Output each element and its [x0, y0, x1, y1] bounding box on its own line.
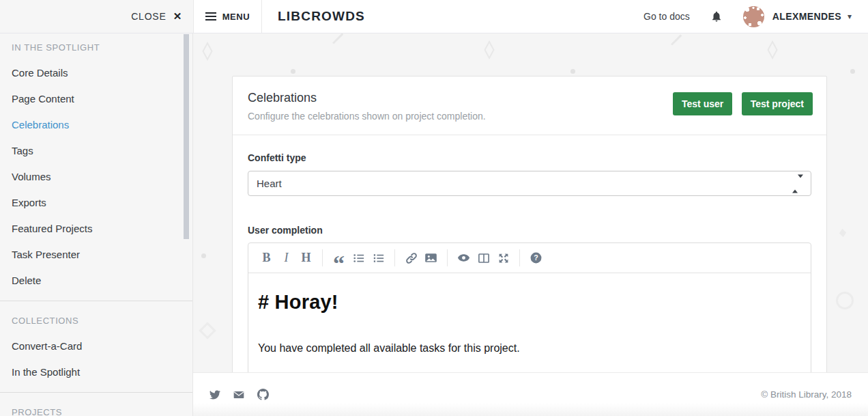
sidebar: IN THE SPOTLIGHT Core Details Page Conte…	[0, 33, 193, 416]
fullscreen-icon[interactable]	[493, 248, 513, 268]
svg-text:?: ?	[534, 253, 538, 262]
toolbar-divider	[394, 249, 395, 266]
decor-diamond	[839, 229, 846, 238]
sidebar-item-convert-a-card[interactable]: Convert-a-Card	[0, 333, 192, 359]
celebrations-card: Celebrations Configure the celebrations …	[232, 76, 827, 372]
close-label: CLOSE	[131, 11, 166, 22]
help-guide-icon[interactable]: ?	[526, 248, 546, 268]
editor-content-area[interactable]: # Horay! You have completed all availabl…	[248, 273, 811, 372]
close-icon: ✕	[173, 10, 182, 23]
editor-body-text: You have completed all available tasks f…	[258, 342, 801, 355]
github-icon[interactable]	[257, 389, 269, 400]
topbar-divider	[261, 0, 262, 33]
menu-label: MENU	[222, 12, 250, 22]
user-completion-label: User completion	[248, 225, 811, 236]
top-bar: CLOSE ✕ MENU LIBCROWDS Go to docs ALEXME…	[0, 0, 868, 33]
decor-line	[332, 33, 343, 44]
unordered-list-icon[interactable]	[349, 248, 368, 268]
preview-eye-icon[interactable]	[454, 248, 474, 268]
sidebar-section-header: IN THE SPOTLIGHT	[0, 35, 192, 60]
markdown-editor: B I H “	[248, 242, 811, 372]
toolbar-divider	[447, 249, 448, 266]
link-icon[interactable]	[401, 248, 421, 268]
go-to-docs-link[interactable]: Go to docs	[643, 11, 690, 22]
decor-diamond	[202, 42, 213, 61]
image-icon[interactable]	[421, 248, 441, 268]
confetti-type-select[interactable]: Heart	[248, 171, 811, 196]
decor-dot	[201, 253, 206, 258]
brand-logo[interactable]: LIBCROWDS	[278, 9, 365, 24]
sidebar-item-featured-projects[interactable]: Featured Projects	[0, 216, 192, 242]
decor-dot	[850, 69, 855, 74]
bold-icon[interactable]: B	[257, 248, 276, 268]
sidebar-item-volumes[interactable]: Volumes	[0, 164, 192, 190]
copyright-text: © British Library, 2018	[761, 389, 852, 400]
sidebar-item-tags[interactable]: Tags	[0, 138, 192, 164]
sidebar-item-delete[interactable]: Delete	[0, 268, 192, 294]
chevron-down-icon[interactable]: ▾	[848, 12, 852, 21]
decor-diamond	[767, 40, 778, 59]
select-arrows-icon	[792, 178, 803, 189]
confetti-type-label: Confetti type	[248, 152, 306, 163]
editor-toolbar: B I H “	[248, 243, 811, 273]
toolbar-divider	[322, 249, 323, 266]
decor-square	[199, 322, 216, 339]
menu-button[interactable]: MENU	[194, 0, 261, 33]
confetti-type-value: Heart	[257, 178, 282, 189]
sidebar-item-in-the-spotlight[interactable]: In the Spotlight	[0, 359, 192, 385]
decor-dot	[291, 69, 295, 74]
side-by-side-columns-icon[interactable]	[474, 248, 493, 268]
italic-icon[interactable]: I	[276, 248, 296, 268]
sidebar-item-celebrations[interactable]: Celebrations	[0, 112, 192, 138]
close-sidebar-button[interactable]: CLOSE ✕	[131, 10, 182, 23]
twitter-icon[interactable]	[209, 389, 220, 400]
ordered-list-icon[interactable]	[368, 248, 388, 268]
sidebar-section-header: COLLECTIONS	[0, 308, 192, 333]
sidebar-item-task-presenter[interactable]: Task Presenter	[0, 242, 192, 268]
heading-icon[interactable]: H	[296, 248, 316, 268]
decor-dot	[570, 69, 575, 74]
editor-heading-text: # Horay!	[258, 291, 801, 314]
sidebar-item-core-details[interactable]: Core Details	[0, 60, 192, 86]
user-avatar[interactable]	[743, 6, 764, 27]
username[interactable]: ALEXMENDES	[772, 11, 841, 22]
main-content: Celebrations Configure the celebrations …	[193, 33, 868, 372]
decor-line	[671, 34, 682, 45]
hamburger-icon	[205, 10, 216, 23]
sidebar-section-header: PROJECTS	[0, 400, 192, 416]
test-project-button[interactable]: Test project	[742, 92, 813, 115]
quote-icon[interactable]: “	[329, 248, 349, 268]
email-envelope-icon[interactable]	[233, 389, 244, 400]
sidebar-scrollbar[interactable]	[184, 34, 189, 239]
test-user-button[interactable]: Test user	[673, 92, 732, 115]
sidebar-item-exports[interactable]: Exports	[0, 190, 192, 216]
top-navbar: MENU LIBCROWDS Go to docs ALEXMENDES ▾	[193, 0, 868, 33]
toolbar-divider	[519, 249, 520, 266]
decor-circle	[836, 292, 854, 309]
sidebar-divider	[0, 392, 192, 393]
sidebar-header: CLOSE ✕	[0, 0, 193, 33]
notifications-bell-icon[interactable]	[710, 10, 723, 23]
decor-diamond	[484, 40, 495, 59]
sidebar-item-page-content[interactable]: Page Content	[0, 86, 192, 112]
sidebar-divider	[0, 301, 192, 301]
card-body: Confetti type Heart User completion B I …	[233, 135, 826, 372]
footer: © British Library, 2018	[193, 372, 868, 416]
card-header: Celebrations Configure the celebrations …	[233, 77, 826, 135]
